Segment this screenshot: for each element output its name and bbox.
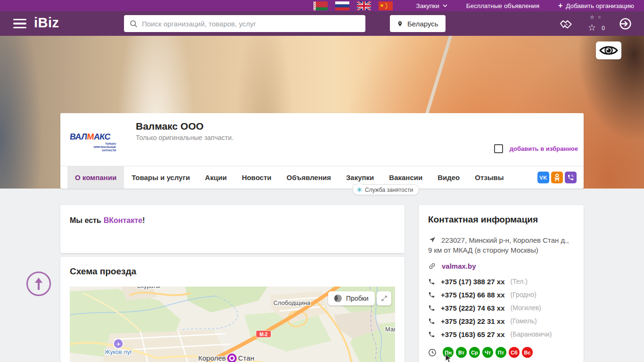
header: iBiz Беларусь ☆ ☆ ☆: [0, 11, 644, 36]
chevron-down-icon: [443, 4, 447, 7]
meadow-marker-glyph: ✈: [116, 341, 120, 347]
search-icon: [130, 20, 138, 28]
handshake-icon: [559, 17, 574, 30]
phone-list: +375 (17) 388 27 xx (Тел.) +375 (152) 66…: [428, 275, 574, 341]
expand-icon: [381, 295, 388, 302]
phone-row: +375 (232) 22 31 xx (Гомель): [428, 314, 574, 328]
svg-text:★: ★: [385, 7, 387, 9]
menu-burger-icon[interactable]: [13, 19, 26, 28]
favorite-checkbox[interactable]: [494, 144, 503, 153]
flag-belarus-icon[interactable]: [314, 1, 328, 10]
route-map[interactable]: ✈ Слободщина Жуков луг Маги Скураты Коро…: [70, 287, 395, 362]
company-address: 223027, Минский р-н, Королев Стан д., 9 …: [428, 235, 574, 255]
topbar: ★ ★ ★ ★ ★ Закупки Бесплатные объявления …: [0, 0, 644, 11]
employment-service-icon: [357, 187, 362, 192]
employment-service-tooltip: Служба занятости: [353, 184, 419, 195]
tab-products[interactable]: Товары и услуги: [124, 166, 198, 189]
clock-icon: [428, 348, 437, 357]
header-icons: ☆ ☆ ☆ 0: [559, 11, 632, 36]
traffic-light-icon: [334, 295, 342, 302]
flag-uk-icon[interactable]: [357, 1, 371, 10]
location-button[interactable]: Беларусь: [390, 15, 446, 32]
viber-phone-icon: [567, 174, 574, 181]
flag-china-icon[interactable]: ★ ★ ★ ★ ★: [379, 1, 393, 10]
login-button[interactable]: [619, 17, 632, 30]
vk-announce-card: Мы естьВКонтакте!: [60, 205, 405, 253]
phone-row: +375 (17) 388 27 xx (Тел.): [428, 275, 574, 288]
phone-icon: [428, 304, 435, 312]
favorite-label[interactable]: добавить в избранное: [510, 145, 578, 152]
phone-icon: [428, 331, 435, 338]
ok-social-button[interactable]: [551, 172, 563, 183]
map-label-city-1: Королев: [198, 354, 226, 362]
favorites-button[interactable]: ☆ ☆ ☆ 0: [588, 16, 605, 31]
star-icon: ☆: [590, 15, 594, 20]
partnership-button[interactable]: [559, 17, 574, 30]
company-tabs: О компании Товары и услуги Акции Новости…: [60, 166, 584, 189]
svg-text:★: ★: [380, 2, 384, 8]
odnoklassniki-icon: [553, 173, 561, 181]
map-expand-button[interactable]: [377, 291, 391, 305]
vkontakte-link[interactable]: ВКонтакте: [104, 216, 142, 224]
vk-social-button[interactable]: VK: [537, 172, 549, 183]
website-row: valmax.by: [428, 262, 574, 270]
phone-icon: [428, 318, 435, 325]
phone-row: +375 (222) 74 63 xx (Могилев): [428, 301, 574, 314]
working-days-row: Пн Вт Ср Чт Пт Сб Вс: [428, 347, 574, 358]
tab-reviews[interactable]: Отзывы: [467, 166, 511, 189]
vk-line-prefix: Мы есть: [70, 216, 101, 224]
procurement-menu[interactable]: Закупки: [416, 2, 447, 9]
tab-video[interactable]: Видео: [430, 166, 467, 189]
company-logo: ВАЛМАКС ТОЛЬКО ОРИГИНАЛЬНЫЕ ЗАПЧАСТИ: [70, 120, 117, 162]
map-card: Схема проезда: [60, 257, 405, 362]
schedule-day[interactable]: Пн: [443, 347, 454, 358]
star-icon: ☆: [588, 23, 596, 32]
site-logo[interactable]: iBiz: [34, 15, 59, 31]
search-input[interactable]: [142, 20, 360, 28]
schedule-day[interactable]: Сб: [509, 347, 520, 358]
company-tagline: Только оригинальные запчасти.: [136, 134, 233, 141]
address-row: 223027, Минский р-н, Королев Стан д., 9 …: [428, 235, 574, 255]
eye-icon: [599, 44, 618, 57]
add-to-favorites: добавить в избранное: [494, 144, 578, 153]
schedule-day[interactable]: Ср: [469, 347, 480, 358]
search-bar: [124, 15, 365, 32]
website-link[interactable]: valmax.by: [442, 262, 476, 270]
schedule-day[interactable]: Пт: [495, 347, 506, 358]
phone-icon: [428, 278, 435, 285]
add-organization-link[interactable]: + Добавить организацию: [558, 2, 634, 9]
location-label: Беларусь: [407, 20, 438, 28]
arrow-up-icon: [33, 277, 45, 291]
traffic-button[interactable]: Пробки: [328, 291, 375, 305]
link-icon: [426, 260, 438, 272]
contact-info-title: Контактная информация: [428, 214, 574, 225]
company-card: ВАЛМАКС ТОЛЬКО ОРИГИНАЛЬНЫЕ ЗАПЧАСТИ Вал…: [60, 113, 584, 189]
phone-icon: [428, 291, 435, 298]
social-buttons: VK: [537, 172, 577, 183]
schedule-day[interactable]: Чт: [482, 347, 493, 358]
favorites-count: 0: [602, 25, 605, 32]
tab-ads[interactable]: Объявления: [279, 166, 339, 189]
schedule-day[interactable]: Вт: [456, 347, 467, 358]
map-card-title: Схема проезда: [70, 266, 136, 277]
map-pin-icon: [397, 20, 403, 28]
navigation-arrow-icon: [429, 236, 436, 246]
phone-row: +375 (152) 66 88 xx (Гродно): [428, 288, 574, 301]
login-icon: [619, 17, 632, 30]
star-icon: ☆: [598, 16, 601, 19]
page: ★ ★ ★ ★ ★ Закупки Бесплатные объявления …: [0, 0, 644, 362]
scroll-to-top-button[interactable]: [26, 272, 51, 296]
road-badge: М-2: [259, 332, 268, 337]
procurement-label: Закупки: [416, 2, 439, 9]
free-ads-link[interactable]: Бесплатные объявления: [466, 2, 539, 9]
flag-russia-icon[interactable]: [335, 1, 349, 10]
tab-about[interactable]: О компании: [67, 166, 124, 189]
phone-row: +375 (163) 65 27 xx (Барановичи): [428, 328, 574, 341]
map-label-clipped-right: Маги: [385, 326, 395, 333]
tab-promotions[interactable]: Акции: [198, 166, 234, 189]
accessibility-eye-button[interactable]: [596, 41, 621, 59]
viber-social-button[interactable]: [565, 172, 577, 183]
schedule-day[interactable]: Вс: [522, 347, 533, 358]
map-label-meadow: Жуков луг: [105, 349, 132, 355]
tab-news[interactable]: Новости: [234, 166, 279, 189]
